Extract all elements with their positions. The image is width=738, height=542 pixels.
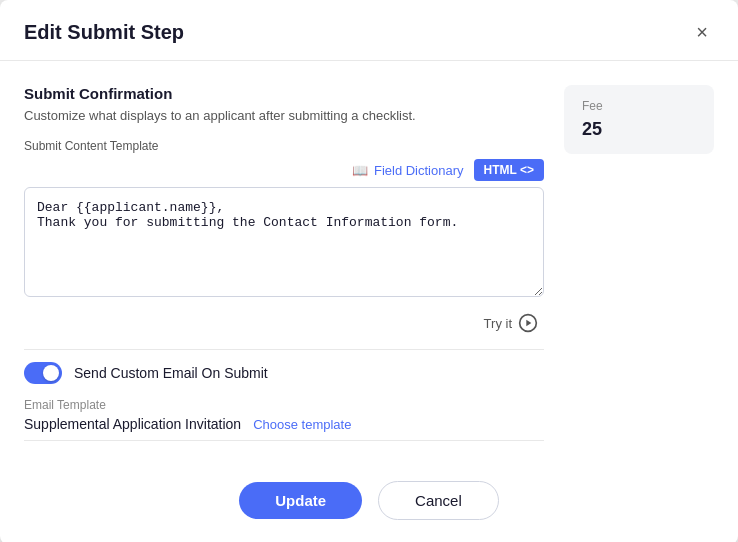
email-template-row: Supplemental Application Invitation Choo… — [24, 416, 544, 441]
cancel-button[interactable]: Cancel — [378, 481, 499, 520]
close-button[interactable]: × — [690, 20, 714, 44]
fee-box: Fee 25 — [564, 85, 714, 154]
email-template-label: Email Template — [24, 398, 544, 412]
field-dictionary-label: Field Dictionary — [374, 163, 464, 178]
main-content: Submit Confirmation Customize what displ… — [24, 85, 544, 441]
try-it-label: Try it — [484, 316, 512, 331]
update-button[interactable]: Update — [239, 482, 362, 519]
toggle-row: Send Custom Email On Submit — [24, 362, 544, 384]
try-it-row: Try it — [24, 309, 544, 337]
template-textarea[interactable]: Dear {{applicant.name}}, Thank you for s… — [24, 187, 544, 297]
html-toggle-button[interactable]: HTML <> — [474, 159, 544, 181]
modal-footer: Update Cancel — [0, 465, 738, 542]
submit-confirmation-title: Submit Confirmation — [24, 85, 544, 102]
play-circle-icon — [518, 313, 538, 333]
field-dictionary-link[interactable]: 📖 Field Dictionary — [352, 163, 464, 178]
modal-title: Edit Submit Step — [24, 21, 184, 44]
template-toolbar: 📖 Field Dictionary HTML <> — [24, 159, 544, 181]
svg-marker-1 — [526, 320, 531, 327]
template-field-label: Submit Content Template — [24, 139, 544, 153]
submit-confirmation-desc: Customize what displays to an applicant … — [24, 108, 544, 123]
modal-header: Edit Submit Step × — [0, 0, 738, 61]
fee-label: Fee — [582, 99, 696, 113]
book-icon: 📖 — [352, 163, 368, 178]
sidebar: Fee 25 — [564, 85, 714, 441]
try-it-button[interactable]: Try it — [478, 309, 544, 337]
email-template-name: Supplemental Application Invitation — [24, 416, 241, 432]
email-template-section: Email Template Supplemental Application … — [24, 398, 544, 441]
toggle-label: Send Custom Email On Submit — [74, 365, 268, 381]
fee-value: 25 — [582, 119, 696, 140]
custom-email-toggle[interactable] — [24, 362, 62, 384]
modal-body: Submit Confirmation Customize what displ… — [0, 61, 738, 465]
section-divider — [24, 349, 544, 350]
edit-submit-step-modal: Edit Submit Step × Submit Confirmation C… — [0, 0, 738, 542]
choose-template-link[interactable]: Choose template — [253, 417, 351, 432]
